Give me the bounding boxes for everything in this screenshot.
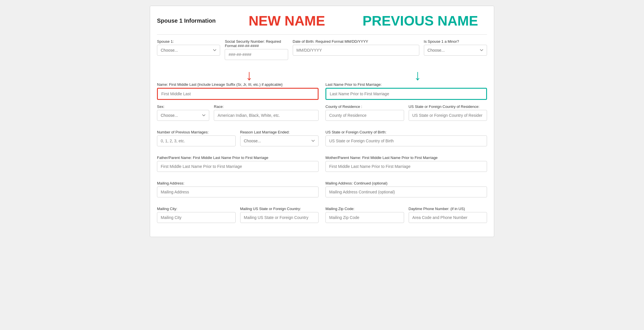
marriages-birth-row: Number of Previous Marriages: Reason Las… [157, 130, 487, 151]
father-label: Father/Parent Name: First Middle Last Na… [157, 156, 319, 160]
spouse1-label: Spouse 1: [157, 39, 220, 44]
birth-state-group: US State or Foreign Country of Birth: [325, 130, 487, 146]
state-residence-group: US State or Foreign Country of Residence… [409, 104, 487, 121]
name-right: Last Name Prior to First Marriage: [325, 82, 487, 100]
mailing-zip-group: Mailing Zip Code: [325, 207, 404, 223]
birth-state-label: US State or Foreign Country of Birth: [325, 130, 487, 134]
county-input[interactable] [325, 110, 404, 121]
minor-select[interactable]: Choose... [424, 45, 487, 56]
sex-race-col: Sex: Choose... Race: [157, 104, 319, 125]
mother-group: Mother/Parent Name: First Middle Last Na… [325, 156, 487, 172]
last-name-prior-input[interactable] [325, 88, 487, 100]
sex-county-row: Sex: Choose... Race: County of Residence… [157, 104, 487, 125]
right-arrow-container: ↓ [325, 68, 487, 82]
mailing-state-input[interactable] [240, 212, 319, 223]
name-label: Name: First Middle Last {Include Lineage… [157, 82, 319, 87]
minor-label: Is Spouse 1 a Minor? [424, 39, 487, 44]
name-input[interactable] [157, 88, 319, 100]
mailing-address-cont-col: Mailing Address: Continued (optional) [325, 181, 487, 202]
county-group: County of Residence : [325, 104, 404, 121]
header-row: Spouse 1 Information NEW NAME PREVIOUS N… [157, 13, 487, 29]
sex-select[interactable]: Choose... [157, 110, 209, 121]
mailing-address-cont-input[interactable] [325, 187, 487, 197]
arrows-row: ↓ ↓ [157, 68, 487, 82]
phone-label: Daytime Phone Number: (if in US) [409, 207, 487, 211]
ssn-input[interactable] [225, 49, 288, 60]
mailing-zip-label: Mailing Zip Code: [325, 207, 404, 211]
prev-marriages-group: Number of Previous Marriages: [157, 130, 236, 146]
sex-label: Sex: [157, 104, 209, 109]
zip-phone-col: Mailing Zip Code: Daytime Phone Number: … [325, 207, 487, 228]
father-group: Father/Parent Name: First Middle Last Na… [157, 156, 319, 172]
last-name-prior-label: Last Name Prior to First Marriage: [325, 82, 487, 87]
race-label: Race: [214, 104, 319, 109]
mother-input[interactable] [325, 161, 487, 172]
race-input[interactable] [214, 110, 319, 121]
mailing-state-label: Mailing US State or Foreign Country: [240, 207, 319, 211]
mailing-address-cont-label: Mailing Address: Continued (optional) [325, 181, 487, 185]
spouse1-group: Spouse 1: Choose... [157, 39, 220, 60]
spouse1-select[interactable]: Choose... [157, 45, 220, 56]
marriages-col: Number of Previous Marriages: Reason Las… [157, 130, 319, 151]
state-residence-input[interactable] [409, 110, 487, 121]
dob-input[interactable] [293, 45, 419, 56]
city-state-col: Mailing City: Mailing US State or Foreig… [157, 207, 319, 228]
mailing-address-input[interactable] [157, 187, 319, 197]
mailing-city-group: Mailing City: [157, 207, 236, 223]
section-title: Spouse 1 Information [157, 18, 220, 24]
state-residence-label: US State or Foreign Country of Residence… [409, 104, 487, 109]
father-input[interactable] [157, 161, 319, 172]
teal-arrow: ↓ [414, 68, 421, 82]
page-container: Spouse 1 Information NEW NAME PREVIOUS N… [150, 6, 494, 237]
birth-state-col: US State or Foreign Country of Birth: [325, 130, 487, 151]
new-name-title: NEW NAME [220, 13, 354, 29]
phone-input[interactable] [409, 212, 487, 223]
sex-group: Sex: Choose... [157, 104, 209, 121]
mailing-address-label: Mailing Address: [157, 181, 319, 185]
mailing-address-group: Mailing Address: [157, 181, 319, 197]
mother-col: Mother/Parent Name: First Middle Last Na… [325, 156, 487, 176]
mailing-address-cont-group: Mailing Address: Continued (optional) [325, 181, 487, 197]
father-col: Father/Parent Name: First Middle Last Na… [157, 156, 319, 176]
county-state-inline: County of Residence : US State or Foreig… [325, 104, 487, 125]
reason-ended-label: Reason Last Marriage Ended: [240, 130, 319, 134]
red-arrow: ↓ [246, 68, 253, 82]
mother-label: Mother/Parent Name: First Middle Last Na… [325, 156, 487, 160]
prev-marriages-label: Number of Previous Marriages: [157, 130, 236, 134]
mailing-city-label: Mailing City: [157, 207, 236, 211]
county-label: County of Residence : [325, 104, 404, 109]
ssn-group: Social Security Number: Required Format … [225, 39, 288, 60]
previous-name-title: PREVIOUS NAME [354, 13, 487, 29]
prev-marriages-input[interactable] [157, 135, 236, 146]
dob-label: Date of Birth: Required Format MM/DD/YYY… [293, 39, 419, 44]
parents-row: Father/Parent Name: First Middle Last Na… [157, 156, 487, 176]
ssn-label: Social Security Number: Required Format … [225, 39, 288, 48]
mailing-address-row: Mailing Address: Mailing Address: Contin… [157, 181, 487, 202]
birth-state-input[interactable] [325, 135, 487, 146]
mailing-state-group: Mailing US State or Foreign Country: [240, 207, 319, 223]
top-fields-row: Spouse 1: Choose... Social Security Numb… [157, 39, 487, 65]
minor-group: Is Spouse 1 a Minor? Choose... [424, 39, 487, 60]
reason-ended-select[interactable]: Choose... [240, 135, 319, 146]
sex-race-inline: Sex: Choose... Race: [157, 104, 319, 125]
reason-ended-group: Reason Last Marriage Ended: Choose... [240, 130, 319, 146]
zip-phone-inline: Mailing Zip Code: Daytime Phone Number: … [325, 207, 487, 228]
county-residence-col: County of Residence : US State or Foreig… [325, 104, 487, 125]
race-group: Race: [214, 104, 319, 121]
marriages-reason-inline: Number of Previous Marriages: Reason Las… [157, 130, 319, 151]
mailing-zip-input[interactable] [325, 212, 404, 223]
city-state-inline: Mailing City: Mailing US State or Foreig… [157, 207, 319, 228]
divider-1 [157, 34, 487, 35]
name-left: Name: First Middle Last {Include Lineage… [157, 82, 319, 100]
phone-group: Daytime Phone Number: (if in US) [409, 207, 487, 223]
mailing-city-input[interactable] [157, 212, 236, 223]
mailing-address-col: Mailing Address: [157, 181, 319, 202]
left-arrow-container: ↓ [157, 68, 319, 82]
name-fields-row: Name: First Middle Last {Include Lineage… [157, 82, 487, 100]
city-zip-row: Mailing City: Mailing US State or Foreig… [157, 207, 487, 228]
dob-group: Date of Birth: Required Format MM/DD/YYY… [293, 39, 419, 60]
